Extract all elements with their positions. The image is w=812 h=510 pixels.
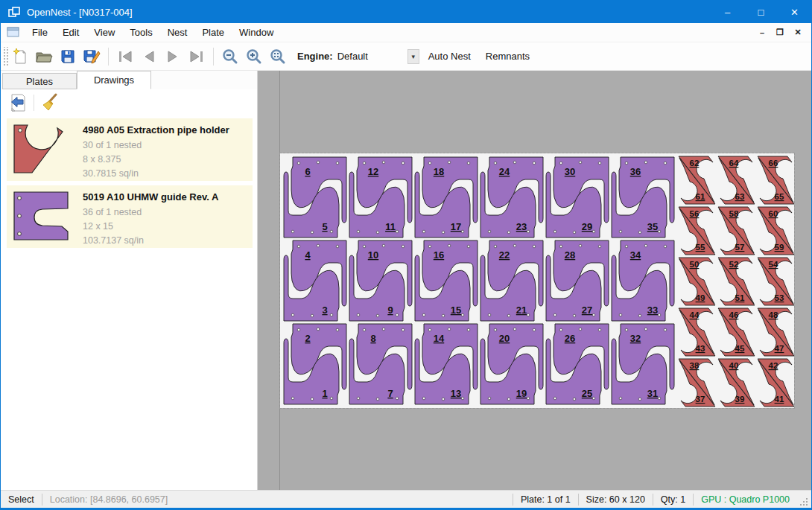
part-number-label: 29 [582, 221, 592, 232]
nest-pair-cell-red[interactable]: 5049 [679, 258, 715, 305]
part-number-label: 12 [368, 166, 378, 177]
menu-window[interactable]: Window [232, 24, 281, 41]
mdi-document-icon[interactable] [7, 27, 20, 38]
drill-hole [376, 314, 379, 317]
minimize-button[interactable]: – [711, 1, 744, 23]
menu-nest[interactable]: Nest [160, 24, 195, 41]
tab-plates[interactable]: Plates [2, 73, 77, 89]
nest-pair-cell-purple[interactable]: 1211 [349, 157, 412, 238]
nest-pair-cell-red[interactable]: 4039 [718, 359, 755, 407]
nest-pair-cell-purple[interactable]: 2827 [546, 240, 609, 321]
clear-drawings-button[interactable] [39, 92, 61, 113]
drill-hole [533, 245, 536, 248]
auto-nest-button[interactable]: Auto Nest [422, 47, 477, 66]
nest-pair-cell-purple[interactable]: 3433 [612, 240, 674, 321]
part-number-label: 54 [769, 260, 778, 269]
menu-edit[interactable]: Edit [55, 24, 86, 41]
close-button[interactable]: ✕ [778, 1, 811, 23]
next-plate-button[interactable] [161, 45, 185, 68]
part-number-label: 18 [434, 166, 444, 177]
remnants-button[interactable]: Remnants [480, 47, 536, 66]
nest-pair-cell-red[interactable]: 5251 [718, 258, 755, 305]
part-number-label: 64 [729, 159, 739, 168]
nest-pair-cell-purple[interactable]: 87 [349, 324, 412, 404]
nest-canvas[interactable]: 6512111817242330293635431091615222128273… [258, 71, 811, 490]
drill-hole [461, 230, 464, 233]
save-as-button[interactable] [80, 45, 104, 68]
part-number-label: 37 [696, 395, 705, 404]
nest-pair-cell-purple[interactable]: 3029 [546, 157, 609, 238]
menu-tools[interactable]: Tools [122, 24, 159, 41]
nested-parts-layout[interactable]: 6512111817242330293635431091615222128273… [280, 153, 794, 408]
engine-dropdown-arrow[interactable]: ▾ [407, 49, 419, 64]
drill-hole [664, 245, 667, 248]
zoom-out-button[interactable] [218, 45, 242, 68]
nest-pair-cell-purple[interactable]: 2423 [480, 157, 543, 238]
drill-hole [513, 328, 516, 331]
nest-pair-cell-red[interactable]: 6059 [758, 207, 794, 255]
part-number-label: 14 [434, 333, 445, 344]
drill-hole [619, 230, 622, 233]
drill-hole [363, 245, 366, 248]
nest-pair-cell-purple[interactable]: 1615 [415, 240, 478, 321]
resize-grip[interactable] [799, 497, 809, 507]
drill-hole [376, 398, 379, 401]
part-number-label: 58 [729, 209, 739, 218]
nest-pair-cell-red[interactable]: 4443 [679, 308, 715, 356]
drawing-item-4980[interactable]: 4980 A05 Extraction pipe holder 30 of 1 … [7, 118, 253, 181]
nest-pair-cell-red[interactable]: 4847 [758, 308, 794, 356]
menu-view[interactable]: View [86, 24, 122, 41]
menu-file[interactable]: File [25, 24, 55, 41]
nest-pair-cell-red[interactable]: 6665 [758, 156, 794, 204]
mdi-close-button[interactable]: ✕ [790, 26, 805, 39]
part-number-label: 9 [387, 305, 393, 316]
nest-pair-cell-purple[interactable]: 3231 [612, 324, 674, 404]
nest-pair-cell-red[interactable]: 6261 [679, 156, 715, 204]
nest-pair-cell-red[interactable]: 4241 [758, 359, 794, 407]
first-plate-button[interactable] [113, 45, 137, 68]
new-file-icon [12, 48, 28, 66]
drill-hole [494, 162, 497, 165]
save-button[interactable] [56, 45, 80, 68]
last-plate-button[interactable] [185, 45, 209, 68]
nest-pair-cell-purple[interactable]: 1413 [415, 324, 478, 404]
broom-icon [41, 93, 59, 112]
part-number-label: 16 [434, 249, 444, 261]
drill-hole [317, 328, 320, 331]
tab-drawings[interactable]: Drawings [77, 71, 151, 89]
zoom-fit-button[interactable] [266, 45, 290, 68]
nest-pair-cell-red[interactable]: 4645 [718, 308, 755, 356]
drawing-item-5019[interactable]: 5019 A10 UHMW guide Rev. A 36 of 1 neste… [7, 185, 253, 248]
drill-hole [402, 328, 405, 331]
nest-pair-cell-red[interactable]: 5453 [758, 258, 794, 305]
nest-pair-cell-red[interactable]: 5857 [718, 207, 755, 255]
nest-pair-cell-purple[interactable]: 65 [284, 157, 346, 238]
nest-pair-cell-purple[interactable]: 2221 [480, 240, 543, 321]
nest-pair-cell-purple[interactable]: 2625 [546, 324, 609, 404]
nest-pair-cell-purple[interactable]: 43 [284, 240, 346, 321]
nest-pair-cell-purple[interactable]: 2019 [480, 324, 543, 404]
part-number-label: 7 [387, 388, 393, 399]
return-drawing-button[interactable] [7, 92, 29, 113]
mdi-restore-button[interactable]: ❐ [773, 26, 787, 39]
open-file-button[interactable] [32, 45, 56, 68]
previous-plate-button[interactable] [137, 45, 161, 68]
mdi-minimize-button[interactable]: – [755, 26, 770, 39]
nest-pair-cell-red[interactable]: 6463 [718, 156, 755, 204]
nest-pair-cell-red[interactable]: 3837 [679, 359, 715, 407]
nest-pair-cell-purple[interactable]: 3635 [612, 157, 674, 238]
drawing-title: 5019 A10 UHMW guide Rev. A [83, 191, 218, 203]
new-file-button[interactable] [8, 45, 32, 68]
zoom-in-button[interactable] [242, 45, 266, 68]
part-number-label: 62 [690, 159, 700, 168]
nest-pair-cell-purple[interactable]: 1817 [415, 157, 478, 238]
nest-pair-cell-red[interactable]: 5655 [679, 207, 715, 255]
nest-pair-cell-purple[interactable]: 109 [349, 240, 412, 321]
engine-combobox[interactable]: Default [337, 51, 397, 62]
maximize-button[interactable]: □ [744, 1, 778, 23]
plate-sheet[interactable]: 6512111817242330293635431091615222128273… [280, 153, 794, 408]
nest-pair-cell-purple[interactable]: 21 [284, 324, 346, 404]
drill-hole [396, 230, 399, 233]
menu-plate[interactable]: Plate [194, 24, 232, 41]
toolbar-grip[interactable] [2, 47, 8, 66]
